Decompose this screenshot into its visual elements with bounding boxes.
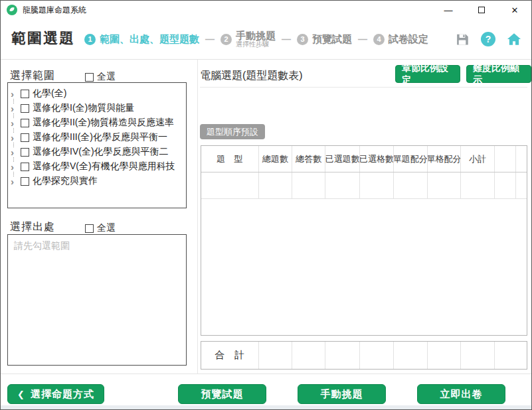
expand-chevron-icon[interactable]: ›	[11, 176, 20, 186]
cell-total-questions[interactable]	[259, 172, 293, 198]
tree-item-checkbox[interactable]	[21, 104, 29, 113]
step-2-circle: 2	[221, 34, 232, 45]
expand-chevron-icon[interactable]: ›	[11, 89, 20, 99]
expand-chevron-icon[interactable]: ›	[11, 162, 20, 172]
totals-points-per-blank	[428, 342, 462, 369]
tree-item-inquiry-practice[interactable]: › 化學探究與實作	[8, 174, 186, 188]
tree-item-chem-all[interactable]: › 化學(全)	[8, 86, 186, 101]
tree-item-checkbox[interactable]	[21, 119, 29, 127]
range-select-all[interactable]: 全選	[85, 71, 116, 83]
tree-item-elective-4[interactable]: › 選修化學IV(全)化學反應與平衡二	[8, 145, 186, 159]
col-header-points-per-question: 單題配分	[394, 146, 428, 172]
difficulty-ratio-button[interactable]: 難度比例顯示	[466, 65, 531, 83]
step-4-label: 試卷設定	[389, 33, 428, 46]
step-1-circle: 1	[84, 34, 96, 45]
maximize-icon	[478, 7, 485, 13]
col-header-total-answers: 總答數	[292, 146, 325, 172]
manual-pick-button[interactable]: 手動挑題	[298, 384, 386, 404]
step-dash: —	[282, 34, 291, 44]
close-button[interactable]: ✕	[498, 1, 531, 19]
cell-total-answers[interactable]	[292, 172, 325, 198]
bottom-edge-strip	[1, 405, 531, 409]
app-window: 龍騰題庫命題系統 — ✕ 範圍選題 1 範圍、出處、題型題數 — 2 手動挑題 …	[0, 0, 532, 410]
generate-paper-button[interactable]: 立即出卷	[417, 384, 505, 404]
window-controls: — ✕	[432, 1, 531, 19]
expand-chevron-icon[interactable]: ›	[11, 133, 20, 143]
app-logo-icon	[7, 5, 17, 15]
question-icon: ?	[486, 34, 491, 44]
maximize-button[interactable]	[465, 1, 498, 19]
preview-questions-button[interactable]: 預覽試題	[178, 384, 266, 404]
table-gutter	[516, 146, 527, 172]
totals-points-per-question	[394, 342, 428, 369]
range-select-all-checkbox[interactable]	[85, 73, 94, 82]
expand-chevron-icon[interactable]: ›	[11, 103, 20, 113]
step-2-label: 手動挑題	[236, 31, 276, 41]
titlebar: 龍騰題庫命題系統 — ✕	[1, 1, 531, 19]
col-header-points-per-blank: 單格配分	[428, 146, 462, 172]
tree-item-label: 選修化學II(全)物質構造與反應速率	[33, 117, 174, 129]
source-section-title: 選擇出處	[10, 220, 55, 234]
tree-item-label: 化學(全)	[33, 88, 66, 100]
totals-subtotal	[461, 342, 495, 369]
step-3-label: 預覽試題	[312, 33, 352, 46]
expand-chevron-icon[interactable]: ›	[11, 147, 20, 157]
cell-points-per-blank[interactable]	[428, 172, 462, 198]
step-1-label: 範圍、出處、題型題數	[100, 33, 199, 46]
tree-item-checkbox[interactable]	[21, 177, 29, 186]
ratio-buttons: 章節比例設定 難度比例顯示	[395, 65, 531, 83]
cell-spacer	[495, 172, 516, 198]
cell-subtotal[interactable]	[461, 172, 495, 198]
tree-item-elective-2[interactable]: › 選修化學II(全)物質構造與反應速率	[8, 115, 186, 130]
tree-item-elective-5[interactable]: › 選修化學V(全)有機化學與應用科技	[8, 159, 186, 174]
tree-item-label: 選修化學I(全)物質與能量	[33, 102, 134, 114]
tree-item-elective-3[interactable]: › 選修化學III(全)化學反應與平衡一	[8, 130, 186, 145]
col-header-subtotal: 小計	[461, 146, 495, 172]
tree-item-checkbox[interactable]	[21, 163, 29, 171]
expand-chevron-icon[interactable]: ›	[11, 118, 20, 128]
col-header-selected-questions: 已選題數	[325, 146, 360, 172]
step-indicator: 1 範圍、出處、題型題數 — 2 手動挑題 選擇性步驟 — 3 預覽試題 — 4…	[84, 19, 428, 59]
help-button[interactable]: ?	[481, 32, 495, 46]
source-listbox[interactable]: 請先勾選範圍	[7, 234, 187, 366]
col-header-selected-blanks: 已選格數	[360, 146, 394, 172]
table-row	[201, 172, 527, 199]
home-button[interactable]	[506, 31, 522, 47]
minimize-button[interactable]: —	[432, 1, 465, 19]
totals-label: 合 計	[201, 342, 259, 369]
back-button-label: 選擇命題方式	[31, 388, 94, 401]
range-tree: › 化學(全) › 選修化學I(全)物質與能量 › 選修化學II(全)物質構造與…	[8, 83, 186, 188]
tree-item-elective-1[interactable]: › 選修化學I(全)物質與能量	[8, 101, 186, 115]
cell-selected-questions[interactable]	[325, 172, 360, 198]
footer-divider	[1, 374, 531, 374]
tree-item-checkbox[interactable]	[21, 133, 29, 142]
question-order-preset-badge[interactable]: 題型順序預設	[200, 124, 265, 139]
back-to-mode-button[interactable]: ❮ 選擇命題方式	[7, 384, 104, 404]
range-listbox: › 化學(全) › 選修化學I(全)物質與能量 › 選修化學II(全)物質構造與…	[7, 82, 187, 208]
col-header-spacer	[495, 146, 516, 172]
cell-type[interactable]	[201, 172, 259, 198]
tree-item-label: 化學探究與實作	[33, 175, 98, 187]
chapter-ratio-button[interactable]: 章節比例設定	[395, 65, 460, 83]
header-divider	[1, 59, 531, 60]
cell-selected-blanks[interactable]	[360, 172, 394, 198]
window-title: 龍騰題庫命題系統	[23, 5, 86, 16]
tree-item-checkbox[interactable]	[21, 90, 29, 98]
question-type-table: 題 型 總題數 總答數 已選題數 已選格數 單題配分 單格配分 小計	[201, 145, 527, 336]
home-icon	[506, 32, 522, 46]
main-divider	[200, 87, 527, 88]
tree-item-label: 選修化學III(全)化學反應與平衡一	[33, 131, 167, 143]
range-select-all-label: 全選	[97, 71, 116, 83]
header: 範圍選題 1 範圍、出處、題型題數 — 2 手動挑題 選擇性步驟 — 3 預覽試…	[1, 19, 531, 59]
panel-divider	[197, 60, 198, 374]
source-select-all[interactable]: 全選	[85, 222, 116, 234]
cell-points-per-question[interactable]	[394, 172, 428, 198]
range-section-title: 選擇範圍	[10, 69, 55, 83]
col-header-total-questions: 總題數	[259, 146, 293, 172]
tree-item-checkbox[interactable]	[21, 148, 29, 157]
save-button[interactable]	[454, 31, 470, 47]
source-select-all-checkbox[interactable]	[85, 224, 94, 233]
step-1-range: 1 範圍、出處、題型題數	[84, 33, 199, 46]
source-select-all-label: 全選	[97, 222, 116, 234]
totals-total-questions	[259, 342, 293, 369]
